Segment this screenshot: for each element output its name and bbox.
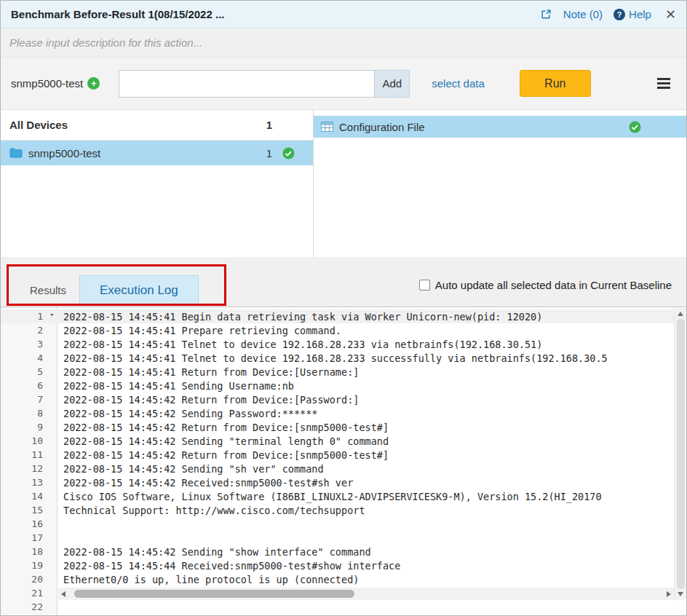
- log-line-text: 2022-08-15 14:45:41 Return from Device:[…: [57, 366, 359, 378]
- benchmark-dialog: Benchmark Before-Result 1(08/15/2022 ...…: [0, 0, 687, 616]
- all-devices-label: All Devices: [9, 119, 68, 131]
- horizontal-scrollbar[interactable]: [58, 588, 674, 600]
- scroll-right-icon[interactable]: [667, 591, 671, 597]
- log-line: 182022-08-15 14:45:42 Sending "show inte…: [1, 545, 686, 558]
- select-data-link[interactable]: select data: [432, 77, 485, 90]
- log-line-number: 13: [1, 477, 57, 488]
- log-line: 132022-08-15 14:45:42 Received:snmp5000-…: [1, 475, 686, 489]
- devices-panel: All Devices 1 snmp5000-test 1: [1, 110, 314, 257]
- log-line-number: 1▾: [1, 311, 57, 322]
- log-line-number: 10: [1, 435, 57, 446]
- log-line-text: Technical Support: http://www.cisco.com/…: [57, 505, 365, 516]
- log-line-number: 19: [1, 560, 57, 571]
- log-line: 82022-08-15 14:45:42 Sending Password:**…: [1, 406, 686, 420]
- log-line: 22022-08-15 14:45:41 Prepare retrieving …: [1, 323, 686, 337]
- log-line: 20Ethernet0/0 is up, line protocol is up…: [1, 572, 686, 586]
- log-line-number: 22: [1, 601, 57, 612]
- log-line-number: 6: [1, 380, 57, 391]
- log-line-text: 2022-08-15 14:45:44 Received:snmp5000-te…: [57, 560, 400, 572]
- tab-execution-log[interactable]: Execution Log: [79, 275, 199, 305]
- scroll-left-icon[interactable]: [61, 591, 65, 597]
- log-line-number: 14: [1, 491, 57, 502]
- log-line: 52022-08-15 14:45:41 Return from Device:…: [1, 365, 686, 379]
- log-line-number: 21: [1, 588, 57, 599]
- configuration-success-icon: [629, 121, 641, 133]
- log-line: 14Cisco IOS Software, Linux Software (I8…: [1, 489, 686, 503]
- log-line-number: 11: [1, 449, 57, 460]
- log-line: 102022-08-15 14:45:42 Sending "terminal …: [1, 434, 686, 448]
- log-line: 1▾2022-08-15 14:45:41 Begin data retriev…: [1, 309, 686, 323]
- log-line-text: 2022-08-15 14:45:41 Prepare retrieving c…: [57, 325, 341, 336]
- execution-log-view: 1▾2022-08-15 14:45:41 Begin data retriev…: [1, 307, 686, 615]
- devices-panel-header: All Devices 1: [1, 110, 313, 141]
- log-line: 192022-08-15 14:45:44 Received:snmp5000-…: [1, 558, 686, 572]
- device-row-label: snmp5000-test: [28, 147, 100, 159]
- log-line-number: 18: [1, 546, 57, 557]
- run-button[interactable]: Run: [520, 70, 591, 97]
- auto-update-checkbox[interactable]: [419, 280, 430, 291]
- tab-results[interactable]: Results: [17, 275, 79, 305]
- log-line-text: 2022-08-15 14:45:42 Sending "terminal le…: [57, 435, 389, 447]
- log-line-text: 2022-08-15 14:45:41 Begin data retrievin…: [57, 311, 542, 323]
- log-line: 112022-08-15 14:45:42 Return from Device…: [1, 448, 686, 462]
- device-group-icon: [9, 148, 23, 158]
- description-input[interactable]: [1, 28, 686, 58]
- toolbar: snmp5000-test + Add select data Run: [1, 58, 686, 110]
- log-line-text: 2022-08-15 14:45:42 Return from Device:[…: [57, 422, 389, 433]
- tabs: Results Execution Log: [17, 275, 199, 305]
- results-tab-band: Results Execution Log Auto update all se…: [1, 257, 686, 307]
- log-line: 62022-08-15 14:45:41 Sending Username:nb: [1, 379, 686, 392]
- configuration-file-header[interactable]: Configuration File: [314, 116, 686, 138]
- log-line-text: 2022-08-15 14:45:41 Telnet to device 192…: [57, 339, 542, 350]
- log-line: 16: [1, 517, 686, 531]
- data-panel: Configuration File: [314, 110, 686, 257]
- log-line-number: 5: [1, 366, 57, 377]
- menu-icon[interactable]: [657, 78, 670, 89]
- log-line: 22: [1, 600, 686, 614]
- help-icon: ?: [613, 9, 625, 20]
- horizontal-scroll-thumb[interactable]: [74, 590, 354, 598]
- log-line: 17: [1, 531, 686, 545]
- vertical-scroll-thumb[interactable]: [677, 319, 685, 589]
- add-device-input[interactable]: [119, 70, 375, 98]
- collapse-caret-icon[interactable]: ▾: [50, 311, 54, 318]
- device-row-count: 1: [250, 147, 272, 159]
- log-line-text: Ethernet0/0 is up, line protocol is up (…: [57, 574, 359, 585]
- help-link[interactable]: ? Help: [613, 8, 651, 20]
- help-label: Help: [629, 8, 651, 20]
- horizontal-scroll-track[interactable]: [68, 590, 664, 598]
- log-line-number: 8: [1, 408, 57, 419]
- add-device-group-icon[interactable]: +: [87, 77, 100, 90]
- log-line: 42022-08-15 14:45:41 Telnet to device 19…: [1, 351, 686, 365]
- device-row[interactable]: snmp5000-test 1: [1, 141, 313, 165]
- log-line-number: 9: [1, 422, 57, 433]
- log-line-number: 15: [1, 505, 57, 516]
- configuration-file-label: Configuration File: [339, 121, 425, 133]
- log-line-text: 2022-08-15 14:45:42 Return from Device:[…: [57, 449, 389, 461]
- popout-icon[interactable]: [540, 8, 552, 20]
- dialog-title: Benchmark Before-Result 1(08/15/2022 ...: [11, 8, 224, 20]
- auto-update-label: Auto update all selected data in Current…: [435, 279, 672, 291]
- vertical-scrollbar[interactable]: [674, 308, 686, 600]
- auto-update-option: Auto update all selected data in Current…: [419, 279, 672, 291]
- scroll-down-icon[interactable]: [678, 592, 683, 596]
- log-line-number: 3: [1, 339, 57, 350]
- log-line: 32022-08-15 14:45:41 Telnet to device 19…: [1, 337, 686, 351]
- log-line-text: 2022-08-15 14:45:41 Telnet to device 192…: [57, 352, 608, 364]
- all-devices-count: 1: [250, 119, 272, 131]
- log-line-text: Cisco IOS Software, Linux Software (I86B…: [57, 491, 602, 502]
- log-line: 92022-08-15 14:45:42 Return from Device:…: [1, 420, 686, 434]
- log-line-number: 16: [1, 518, 57, 529]
- log-line-number: 17: [1, 532, 57, 543]
- log-line-text: 2022-08-15 14:45:42 Received:snmp5000-te…: [57, 477, 353, 489]
- close-icon[interactable]: ✕: [665, 8, 676, 21]
- device-success-icon: [272, 147, 304, 159]
- add-button[interactable]: Add: [375, 70, 410, 98]
- log-line-number: 4: [1, 352, 57, 363]
- scroll-up-icon[interactable]: [678, 312, 683, 316]
- dialog-titlebar: Benchmark Before-Result 1(08/15/2022 ...…: [1, 1, 686, 28]
- log-line: 15Technical Support: http://www.cisco.co…: [1, 503, 686, 517]
- note-link[interactable]: Note (0): [563, 8, 603, 20]
- log-line-text: 2022-08-15 14:45:42 Sending "sh ver" com…: [57, 463, 324, 475]
- log-line: 72022-08-15 14:45:42 Return from Device:…: [1, 392, 686, 406]
